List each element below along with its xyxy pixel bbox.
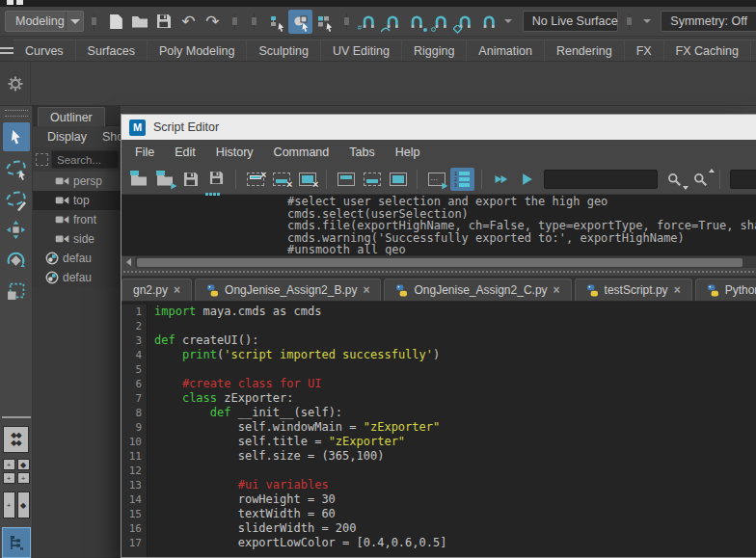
toolbar-separator[interactable]: [628, 13, 631, 30]
shelf-tab-custo[interactable]: Custo: [751, 40, 756, 61]
toolbar-separator[interactable]: [93, 13, 95, 30]
paint-select-tool-button[interactable]: [3, 184, 30, 213]
snap-to-point-button[interactable]: [405, 10, 429, 34]
menu-history[interactable]: History: [216, 146, 254, 159]
shelf-tab-fx[interactable]: FX: [625, 40, 664, 61]
history-horizontal-scrollbar[interactable]: [122, 255, 756, 268]
scroll-left-arrow[interactable]: [122, 256, 135, 268]
load-script-button[interactable]: [126, 168, 150, 191]
outliner-menu-display[interactable]: Display: [47, 130, 87, 144]
layout-single-pane-button[interactable]: ◆◆◆◆: [3, 426, 29, 453]
shelf-menu-icon[interactable]: [0, 40, 14, 61]
execute-button[interactable]: [489, 168, 513, 191]
clear-input-button[interactable]: ×: [269, 168, 293, 191]
tab-close-icon[interactable]: ×: [174, 283, 180, 297]
outliner-item-set[interactable]: defau: [33, 249, 121, 268]
redo-icon[interactable]: ↷: [201, 10, 225, 34]
script-tab[interactable]: gn2.py×: [122, 279, 192, 301]
select-object-mode-button[interactable]: [288, 10, 312, 34]
menu-command[interactable]: Command: [274, 146, 330, 159]
outliner-item-front[interactable]: front: [33, 210, 121, 229]
tab-close-icon[interactable]: ×: [674, 283, 681, 297]
layout-two-pane-button[interactable]: +◆: [3, 492, 30, 518]
undo-icon[interactable]: ↶: [176, 10, 201, 34]
toolbar-separator[interactable]: [253, 13, 256, 30]
execute-all-button[interactable]: [515, 168, 539, 191]
snap-together-button[interactable]: [477, 10, 501, 34]
select-tool-button[interactable]: [3, 122, 30, 151]
load-and-execute-script-button[interactable]: [152, 168, 176, 191]
selection-filter-icon[interactable]: [36, 153, 48, 166]
clear-all-button[interactable]: ×: [295, 168, 319, 191]
save-script-button[interactable]: [178, 168, 202, 191]
outliner-item-persp[interactable]: persp: [33, 172, 121, 191]
pane-splitter[interactable]: [122, 268, 756, 276]
lasso-select-tool-button[interactable]: [3, 153, 30, 182]
shelf-tab-rendering[interactable]: Rendering: [545, 40, 625, 61]
layout-cell-button[interactable]: +: [3, 472, 15, 484]
live-surface-field[interactable]: No Live Surface: [523, 11, 618, 32]
show-input-pane-button[interactable]: [360, 168, 384, 191]
menu-file[interactable]: File: [135, 146, 154, 159]
history-pane[interactable]: #select user selection and export the hi…: [122, 195, 756, 255]
code-editor[interactable]: 1import maya.cmds as cmds23def createUI(…: [122, 302, 756, 557]
tab-close-icon[interactable]: ×: [554, 283, 560, 297]
search-input[interactable]: [544, 170, 658, 189]
gear-icon[interactable]: [8, 76, 23, 92]
save-script-to-shelf-button[interactable]: [204, 168, 229, 191]
shelf-tab-curves[interactable]: Curves: [14, 40, 76, 61]
scrollbar-thumb[interactable]: [137, 258, 742, 267]
menu-help[interactable]: Help: [395, 146, 420, 159]
layout-cell-button[interactable]: +: [17, 472, 30, 484]
snap-to-grid-button[interactable]: #: [357, 10, 381, 34]
symmetry-dropdown-arrow[interactable]: [639, 10, 655, 34]
rotate-tool-button[interactable]: [3, 246, 30, 275]
show-history-pane-button[interactable]: [334, 168, 358, 191]
clear-history-button[interactable]: ×: [243, 168, 267, 191]
layout-four-view-buttons[interactable]: +◆ ++: [3, 459, 30, 484]
outliner-search-input[interactable]: [51, 150, 119, 169]
shelf-tab-animation[interactable]: Animation: [467, 40, 545, 61]
move-tool-button[interactable]: [3, 215, 30, 244]
show-both-panes-button[interactable]: [386, 168, 410, 191]
script-tab[interactable]: Python×: [695, 279, 756, 301]
select-hierarchy-mode-button[interactable]: [264, 10, 288, 34]
make-live-button[interactable]: [453, 10, 477, 34]
shelf-tab-fx-caching[interactable]: FX Caching: [664, 40, 751, 61]
save-scene-button[interactable]: [152, 10, 176, 34]
outliner-item-side[interactable]: side: [33, 229, 121, 249]
echo-all-commands-button[interactable]: …: [424, 168, 448, 191]
tab-close-icon[interactable]: ×: [363, 283, 369, 297]
shelf-tab-rigging[interactable]: Rigging: [402, 40, 467, 61]
toolbar-separator[interactable]: [233, 13, 236, 30]
goto-line-input[interactable]: [730, 170, 756, 189]
script-editor-titlebar[interactable]: M Script Editor: [122, 115, 756, 140]
outliner-item-set[interactable]: defau: [33, 268, 121, 287]
menu-edit[interactable]: Edit: [175, 146, 196, 159]
shelf-tab-sculpting[interactable]: Sculpting: [247, 40, 320, 61]
outliner-tab[interactable]: Outliner: [38, 107, 105, 126]
snap-to-projected-center-button[interactable]: [429, 10, 453, 34]
snap-to-curve-button[interactable]: [381, 10, 405, 34]
open-scene-button[interactable]: [128, 10, 152, 34]
search-down-icon[interactable]: [662, 168, 687, 191]
layout-cell-button[interactable]: +: [3, 459, 15, 470]
new-scene-button[interactable]: [104, 10, 128, 34]
script-tab[interactable]: OngJenise_Assign2_C.py×: [384, 279, 571, 301]
shelf-tab-uv-editing[interactable]: UV Editing: [321, 40, 402, 61]
outliner-item-top[interactable]: top: [33, 191, 121, 210]
toolbar-separator[interactable]: [345, 13, 348, 30]
symmetry-field[interactable]: Symmetry: Off: [661, 11, 756, 32]
menuset-dropdown[interactable]: Modeling: [5, 11, 84, 32]
snap-options-dropdown-arrow[interactable]: [501, 10, 515, 34]
script-tab[interactable]: OngJenise_Assign2_B.py×: [195, 279, 381, 301]
layout-outliner-persp-button[interactable]: [2, 527, 31, 558]
show-line-numbers-button[interactable]: 123: [450, 168, 474, 191]
shelf-tab-surfaces[interactable]: Surfaces: [76, 40, 148, 61]
toolbox-drag-handle[interactable]: [5, 110, 28, 117]
layout-cell-button[interactable]: ◆: [17, 459, 30, 470]
menu-tabs[interactable]: Tabs: [349, 146, 374, 159]
script-tab[interactable]: testScript.py×: [575, 279, 692, 301]
search-up-icon[interactable]: [688, 168, 713, 191]
shelf-tab-poly-modeling[interactable]: Poly Modeling: [148, 40, 248, 61]
